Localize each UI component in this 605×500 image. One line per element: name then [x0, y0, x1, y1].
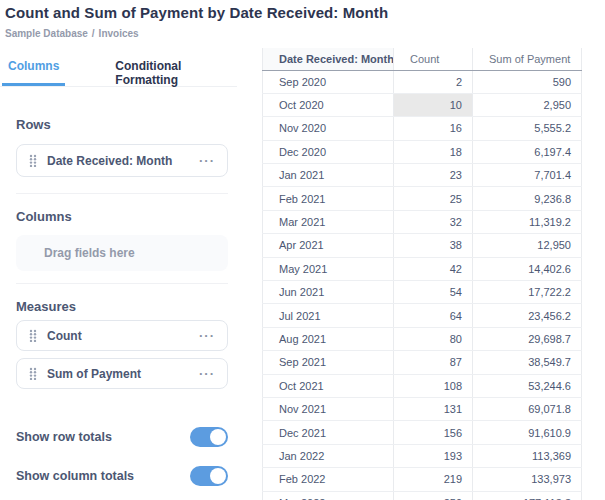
value-cell[interactable]: 259 — [394, 491, 473, 500]
row-label-cell[interactable]: Nov 2020 — [263, 117, 394, 140]
value-cell[interactable]: 80 — [394, 327, 473, 350]
row-label-cell[interactable]: Feb 2022 — [263, 468, 394, 491]
columns-drop-zone[interactable]: Drag fields here — [16, 235, 228, 271]
toggle-knob — [210, 429, 226, 445]
drag-handle-icon[interactable] — [29, 367, 37, 381]
value-cell[interactable]: 17,722.2 — [473, 281, 582, 304]
value-cell[interactable]: 12,950 — [473, 234, 582, 257]
value-cell[interactable]: 11,319.2 — [473, 210, 582, 233]
value-cell[interactable]: 131 — [394, 397, 473, 420]
value-cell[interactable]: 54 — [394, 281, 473, 304]
breadcrumb-separator: / — [92, 28, 95, 39]
row-label-cell[interactable]: Sep 2020 — [263, 70, 394, 93]
value-cell[interactable]: 23 — [394, 164, 473, 187]
value-cell[interactable]: 91,610.9 — [473, 421, 582, 444]
table-row: Feb 2022219133,973 — [263, 468, 582, 491]
row-label-cell[interactable]: Sep 2021 — [263, 351, 394, 374]
value-cell[interactable]: 177,113.3 — [473, 491, 582, 500]
row-label-cell[interactable]: Oct 2021 — [263, 374, 394, 397]
value-cell[interactable]: 2 — [394, 70, 473, 93]
table-row: Apr 20213812,950 — [263, 234, 582, 257]
ellipsis-menu-icon[interactable]: ··· — [199, 370, 215, 378]
show-column-totals-toggle[interactable] — [190, 466, 228, 486]
column-header-sum-of-payment[interactable]: Sum of Payment — [473, 48, 582, 70]
value-cell[interactable]: 29,698.7 — [473, 327, 582, 350]
show-row-totals-setting: Show row totals — [16, 427, 228, 447]
value-cell[interactable]: 6,197.4 — [473, 140, 582, 163]
value-cell[interactable]: 16 — [394, 117, 473, 140]
value-cell[interactable]: 38 — [394, 234, 473, 257]
row-label-cell[interactable]: Jan 2022 — [263, 444, 394, 467]
ellipsis-menu-icon[interactable]: ··· — [199, 332, 215, 340]
value-cell[interactable]: 133,973 — [473, 468, 582, 491]
row-label-cell[interactable]: May 2021 — [263, 257, 394, 280]
row-label-cell[interactable]: Mar 2022 — [263, 491, 394, 500]
page-title: Count and Sum of Payment by Date Receive… — [5, 4, 388, 21]
value-cell[interactable]: 7,701.4 — [473, 164, 582, 187]
settings-tab-bar: Columns Conditional Formatting — [0, 50, 237, 87]
divider — [16, 193, 228, 194]
field-card-label: Sum of Payment — [47, 367, 141, 381]
field-card-sum-of-payment[interactable]: Sum of Payment ··· — [16, 358, 228, 389]
row-label-cell[interactable]: Apr 2021 — [263, 234, 394, 257]
row-label-cell[interactable]: Mar 2021 — [263, 210, 394, 233]
measures-section-label: Measures — [16, 299, 228, 314]
value-cell[interactable]: 156 — [394, 421, 473, 444]
value-cell[interactable]: 87 — [394, 351, 473, 374]
row-label-cell[interactable]: Jan 2021 — [263, 164, 394, 187]
value-cell[interactable]: 64 — [394, 304, 473, 327]
pivot-table: Date Received: Month Count Sum of Paymen… — [262, 48, 583, 500]
row-label-cell[interactable]: Dec 2020 — [263, 140, 394, 163]
row-label-cell[interactable]: Feb 2021 — [263, 187, 394, 210]
row-label-cell[interactable]: Aug 2021 — [263, 327, 394, 350]
show-column-totals-setting: Show column totals — [16, 466, 228, 486]
row-label-cell[interactable]: Oct 2020 — [263, 93, 394, 116]
show-row-totals-label: Show row totals — [16, 430, 112, 444]
value-cell[interactable]: 69,071.8 — [473, 397, 582, 420]
row-label-cell[interactable]: Jun 2021 — [263, 281, 394, 304]
table-row: Sep 20202590 — [263, 70, 582, 93]
value-cell[interactable]: 193 — [394, 444, 473, 467]
value-cell[interactable]: 590 — [473, 70, 582, 93]
page-header: Count and Sum of Payment by Date Receive… — [5, 4, 388, 39]
row-label-cell[interactable]: Jul 2021 — [263, 304, 394, 327]
value-cell[interactable]: 25 — [394, 187, 473, 210]
value-cell[interactable]: 32 — [394, 210, 473, 233]
value-cell[interactable]: 18 — [394, 140, 473, 163]
field-card-date-received-month[interactable]: Date Received: Month ··· — [16, 144, 228, 177]
ellipsis-menu-icon[interactable]: ··· — [199, 157, 215, 165]
breadcrumb-table[interactable]: Invoices — [99, 28, 139, 39]
column-header-count[interactable]: Count — [394, 48, 473, 70]
show-row-totals-toggle[interactable] — [190, 427, 228, 447]
table-row: May 20214214,402.6 — [263, 257, 582, 280]
table-row: Feb 2021259,236.8 — [263, 187, 582, 210]
tab-columns[interactable]: Columns — [2, 50, 65, 86]
value-cell[interactable]: 2,950 — [473, 93, 582, 116]
divider — [16, 283, 228, 284]
column-header-date-received-month[interactable]: Date Received: Month — [263, 48, 394, 70]
table-row: Mar 2022259177,113.3 — [263, 491, 582, 500]
drag-handle-icon[interactable] — [29, 154, 37, 168]
value-cell[interactable]: 108 — [394, 374, 473, 397]
value-cell[interactable]: 42 — [394, 257, 473, 280]
value-cell[interactable]: 219 — [394, 468, 473, 491]
table-header-row: Date Received: Month Count Sum of Paymen… — [263, 48, 582, 70]
value-cell[interactable]: 23,456.2 — [473, 304, 582, 327]
breadcrumb-database[interactable]: Sample Database — [5, 28, 88, 39]
row-label-cell[interactable]: Dec 2021 — [263, 421, 394, 444]
value-cell[interactable]: 9,236.8 — [473, 187, 582, 210]
table-row: Jan 2022193113,369 — [263, 444, 582, 467]
value-cell[interactable]: 5,555.2 — [473, 117, 582, 140]
drag-handle-icon[interactable] — [29, 329, 37, 343]
tab-conditional-formatting[interactable]: Conditional Formatting — [109, 50, 237, 86]
table-row: Jan 2021237,701.4 — [263, 164, 582, 187]
field-card-label: Date Received: Month — [47, 154, 172, 168]
field-card-count[interactable]: Count ··· — [16, 320, 228, 351]
value-cell[interactable]: 53,244.6 — [473, 374, 582, 397]
value-cell[interactable]: 10 — [394, 93, 473, 116]
table-row: Oct 202110853,244.6 — [263, 374, 582, 397]
value-cell[interactable]: 38,549.7 — [473, 351, 582, 374]
value-cell[interactable]: 113,369 — [473, 444, 582, 467]
row-label-cell[interactable]: Nov 2021 — [263, 397, 394, 420]
value-cell[interactable]: 14,402.6 — [473, 257, 582, 280]
